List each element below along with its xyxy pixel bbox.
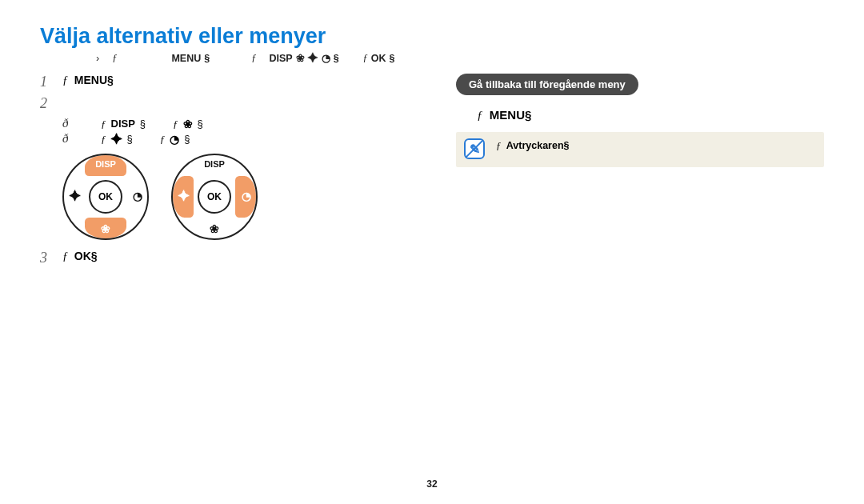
flash-icon: ⯌ (111, 133, 122, 146)
dial-ok-button: OK (89, 180, 122, 214)
intro-flash-icon: ⯌ (308, 53, 318, 64)
dial-timer-icon: ◔ (133, 190, 142, 202)
page-number: 32 (0, 478, 864, 490)
intro-bullet: › (96, 53, 99, 64)
dial-macro-icon: ❀ (62, 223, 149, 234)
left-column: 1 ƒ MENU§ 2 ð ƒ DISP§ ƒ ❀§ (40, 74, 440, 271)
step-1: 1 ƒ MENU§ (40, 74, 440, 90)
timer-icon: ◔ (170, 133, 179, 146)
right-menu-f: ƒ (477, 109, 483, 122)
note-f: ƒ (496, 140, 501, 151)
step-2-line-1-f1: ƒ (101, 118, 106, 130)
step-2-line-1-sec1: § (140, 118, 146, 130)
step-2-line-2-f2: ƒ (160, 133, 166, 146)
note-icon: ✎ (464, 138, 485, 159)
note-box: ✎ ƒ Avtryckaren§ (456, 132, 824, 167)
right-column: Gå tillbaka till föregående meny ƒ MENU§… (456, 74, 824, 271)
intro-ok: OK (371, 53, 386, 64)
step-2-line-2-sec2: § (184, 133, 190, 145)
intro-sec3: § (390, 53, 395, 64)
step-2-line-2-sec1: § (127, 133, 133, 145)
dial-flash-icon: ⯌ (178, 190, 190, 202)
step-1-number: 1 (40, 74, 62, 90)
step-3: 3 ƒ OK§ (40, 250, 440, 266)
right-menu-label: MENU (490, 108, 525, 122)
step-3-body: ƒ OK§ (62, 250, 98, 263)
columns: 1 ƒ MENU§ 2 ð ƒ DISP§ ƒ ❀§ (40, 74, 824, 271)
step-2-line-2-f1: ƒ (101, 133, 106, 146)
note-label: Avtryckaren (506, 140, 564, 151)
back-badge-label: Gå tillbaka till föregående meny (456, 74, 638, 95)
step-3-sec: § (91, 250, 98, 262)
page: Välja alternativ eller menyer › ƒ MENU§ … (0, 0, 864, 504)
note-sec: § (564, 140, 570, 151)
right-menu-line: ƒ MENU§ (477, 108, 824, 122)
intro-f2: ƒ (251, 52, 256, 64)
intro-disp: DISP (269, 53, 292, 64)
dial-flash-icon: ⯌ (70, 190, 81, 202)
dial-disp-label: DISP (171, 160, 258, 169)
back-badge: Gå tillbaka till föregående meny (456, 74, 824, 95)
intro-sec2: § (334, 53, 339, 64)
step-1-f: ƒ (62, 74, 68, 86)
step-2: 2 (40, 95, 440, 112)
step-2-number: 2 (40, 95, 62, 112)
intro-macro-icon: ❀ (296, 52, 305, 64)
intro-menu: MENU (171, 53, 201, 64)
intro-timer-icon: ◔ (322, 52, 330, 64)
dials: DISP ❀ ⯌ ◔ OK DISP ❀ ⯌ ◔ OK (62, 154, 440, 240)
intro-sec1: § (204, 53, 210, 64)
dial-macro-icon: ❀ (171, 223, 258, 234)
step-3-number: 3 (40, 250, 62, 266)
dial-disp-label: DISP (62, 160, 149, 169)
dial-timer-icon: ◔ (242, 190, 251, 202)
step-2-line-2: ð ƒ ⯌§ ƒ ◔§ (62, 132, 440, 146)
step-1-label: MENU (74, 74, 107, 86)
note-text: ƒ Avtryckaren§ (496, 140, 813, 152)
intro-f3: ƒ (363, 52, 368, 64)
intro-line: › ƒ MENU§ ƒ DISP ❀ ⯌ ◔§ ƒOK§ (96, 52, 824, 64)
dial-vertical: DISP ❀ ⯌ ◔ OK (62, 154, 149, 240)
right-menu-sec: § (525, 108, 531, 122)
step-2-line-1-bullet: ð (62, 117, 77, 130)
dial-ok-button: OK (198, 180, 231, 214)
step-2-body: ð ƒ DISP§ ƒ ❀§ ð ƒ ⯌§ ƒ ◔§ (62, 117, 440, 146)
step-2-line-1-f2: ƒ (173, 118, 178, 130)
step-2-line-1-disp: DISP (111, 118, 135, 130)
step-2-line-1: ð ƒ DISP§ ƒ ❀§ (62, 117, 440, 130)
intro-f1: ƒ (112, 52, 117, 64)
step-2-line-1-sec2: § (198, 118, 203, 130)
step-3-f: ƒ (62, 250, 68, 262)
page-title: Välja alternativ eller menyer (40, 24, 824, 49)
step-1-sec: § (107, 74, 114, 86)
step-1-body: ƒ MENU§ (62, 74, 114, 87)
dial-horizontal: DISP ❀ ⯌ ◔ OK (171, 154, 258, 240)
step-3-label: OK (74, 250, 91, 262)
macro-icon: ❀ (183, 118, 193, 130)
step-2-line-2-bullet: ð (62, 132, 77, 146)
